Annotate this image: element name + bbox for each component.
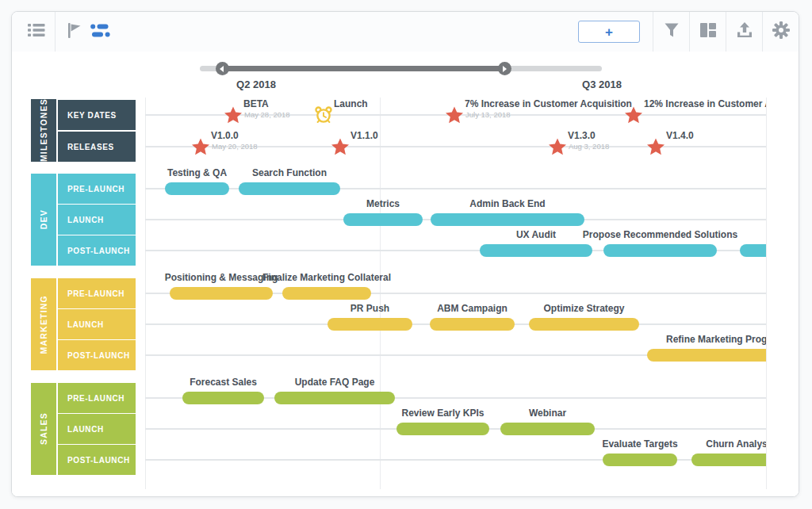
- milestone-date: July 13, 2018: [465, 110, 511, 119]
- bar-label: UX Audit: [516, 229, 556, 240]
- list-view-icon: [28, 23, 45, 40]
- add-item-button[interactable]: +: [578, 21, 640, 43]
- bar-label: Metrics: [366, 198, 400, 209]
- toolbar-actions: +: [578, 12, 799, 52]
- bar-webinar[interactable]: [500, 423, 595, 435]
- chart-content: BETAMay 28, 2018Launch7% Increase in Cus…: [145, 52, 766, 489]
- milestone-star-icon[interactable]: [624, 105, 643, 128]
- bar-positioning-messaging[interactable]: [170, 287, 273, 300]
- bar-label: Search Function: [252, 167, 327, 178]
- bar-label: Propose Recommended Solutions: [583, 229, 737, 240]
- bar-evaluate-targets[interactable]: [603, 454, 677, 466]
- bar-label: Admin Back End: [469, 198, 545, 209]
- milestone-star-icon[interactable]: [224, 105, 243, 128]
- swimlane-row-post-launch: POST-LAUNCH: [58, 235, 136, 266]
- toolbar-list-view-button[interactable]: [23, 12, 50, 52]
- bar-finalize-marketing-collateral[interactable]: [282, 287, 371, 300]
- milestone-date: Aug 3, 2018: [569, 142, 609, 151]
- toolbar-divider: [55, 12, 56, 52]
- bar-label: PR Push: [350, 303, 389, 314]
- bar-label: Churn Analysis: [706, 438, 766, 450]
- milestone-name: 12% Increase in Customer Acqu: [644, 98, 766, 109]
- bar-label: Refine Marketing Progr: [666, 334, 766, 345]
- bar-label: Forecast Sales: [190, 377, 257, 388]
- toolbar: +: [12, 12, 799, 52]
- bar-ux-audit[interactable]: [480, 244, 592, 257]
- swimlane-row-launch: LAUNCH: [58, 414, 136, 444]
- toolbar-filter-button[interactable]: [653, 12, 689, 52]
- toolbar-settings-gear-button[interactable]: [762, 12, 799, 52]
- swimlane-row-launch: LAUNCH: [58, 205, 136, 235]
- timeline-view-icon: [90, 24, 111, 40]
- timeline-chart-area: Q2 2018Q3 2018BETAMay 28, 2018Launch7% I…: [12, 52, 799, 496]
- bar-propose-recommended-solutions[interactable]: [603, 244, 717, 257]
- bar-label: Review Early KPIs: [401, 408, 484, 419]
- quarter-gridline: [766, 98, 767, 489]
- app-stage: + Q2 2018Q3 2018BETAMay 28, 2018Launch7%…: [0, 0, 812, 509]
- milestone-name: 7% Increase in Customer Acquisition: [465, 98, 632, 109]
- board-layout-icon: [700, 23, 716, 40]
- swimlane-group-milestones: MILESTONES: [31, 99, 56, 162]
- bar-pr-push[interactable]: [327, 318, 412, 331]
- bar-label: Optimize Strategy: [543, 303, 624, 314]
- milestone-star-icon[interactable]: [646, 137, 665, 159]
- toolbar-export-button[interactable]: [726, 12, 762, 52]
- bar-forecast-sales[interactable]: [182, 392, 264, 404]
- export-icon: [737, 22, 753, 41]
- milestone-name: Launch: [334, 98, 368, 109]
- swimlane-group-sales: SALES: [31, 383, 56, 475]
- milestone-clock-icon[interactable]: [314, 105, 333, 128]
- milestone-star-icon[interactable]: [548, 137, 567, 159]
- bar-abm-campaign[interactable]: [430, 318, 515, 331]
- bar-label: Update FAQ Page: [295, 377, 375, 388]
- milestone-name: V1.0.0: [211, 130, 239, 141]
- milestone-name: V1.1.0: [350, 130, 378, 141]
- swimlane-group-marketing: MARKETING: [31, 278, 56, 370]
- bar-label: Testing & QA: [167, 167, 227, 178]
- swimlane-row-post-launch: POST-LAUNCH: [58, 340, 136, 370]
- bar-label: Evaluate Targets: [602, 438, 677, 450]
- swimlane-group-label: MARKETING: [39, 295, 48, 354]
- settings-gear-icon: [772, 21, 790, 42]
- swimlane-row-launch: LAUNCH: [58, 309, 136, 339]
- swimlane-row-post-launch: POST-LAUNCH: [58, 445, 136, 475]
- filter-icon: [664, 22, 680, 41]
- bar-label: Finalize Marketing Collateral: [262, 272, 391, 283]
- swimlane-row-key-dates: KEY DATES: [58, 100, 136, 130]
- swimlane-group-dev: DEV: [31, 174, 56, 266]
- bar-review-early-kpis[interactable]: [396, 423, 489, 435]
- bar-admin-back-end[interactable]: [431, 213, 584, 226]
- milestone-name: V1.4.0: [666, 130, 694, 141]
- toolbar-flag-view-button[interactable]: [60, 12, 87, 52]
- swimlane-row-pre-launch: PRE-LAUNCH: [58, 278, 136, 308]
- milestone-star-icon[interactable]: [191, 137, 210, 159]
- bar-churn-analysis[interactable]: [691, 454, 766, 466]
- swimlane-row-releases: RELEASES: [58, 132, 136, 162]
- toolbar-board-layout-button[interactable]: [689, 12, 726, 52]
- bar-metrics[interactable]: [343, 213, 423, 226]
- swimlane-row-pre-launch: PRE-LAUNCH: [58, 383, 136, 413]
- milestone-star-icon[interactable]: [331, 137, 350, 159]
- milestone-name: V1.3.0: [568, 130, 596, 141]
- toolbar-view-switcher: [12, 12, 114, 52]
- bar-label: Webinar: [529, 408, 566, 419]
- bar-optimize-strategy[interactable]: [529, 318, 639, 331]
- roadmap-card: + Q2 2018Q3 2018BETAMay 28, 2018Launch7%…: [11, 11, 799, 497]
- milestone-star-icon[interactable]: [445, 105, 464, 128]
- milestone-date: May 28, 2018: [244, 110, 290, 119]
- bar-update-faq-page[interactable]: [274, 392, 395, 404]
- bar-search-function[interactable]: [239, 182, 340, 195]
- bar-item[interactable]: [740, 244, 766, 257]
- bar-label: ABM Campaign: [437, 303, 508, 314]
- swimlane-group-label: SALES: [39, 412, 48, 445]
- swimlane-group-label: DEV: [39, 209, 48, 229]
- flag-view-icon: [66, 23, 82, 41]
- swimlane-group-label: MILESTONES: [39, 98, 48, 162]
- milestone-name: BETA: [243, 98, 269, 109]
- bar-label: Positioning & Messaging: [165, 272, 278, 283]
- milestone-date: May 20, 2018: [212, 142, 258, 151]
- bar-refine-marketing-progr[interactable]: [647, 349, 766, 362]
- bar-testing-qa[interactable]: [165, 182, 229, 195]
- swimlane-row-pre-launch: PRE-LAUNCH: [58, 174, 136, 204]
- toolbar-timeline-view-button[interactable]: [87, 12, 114, 52]
